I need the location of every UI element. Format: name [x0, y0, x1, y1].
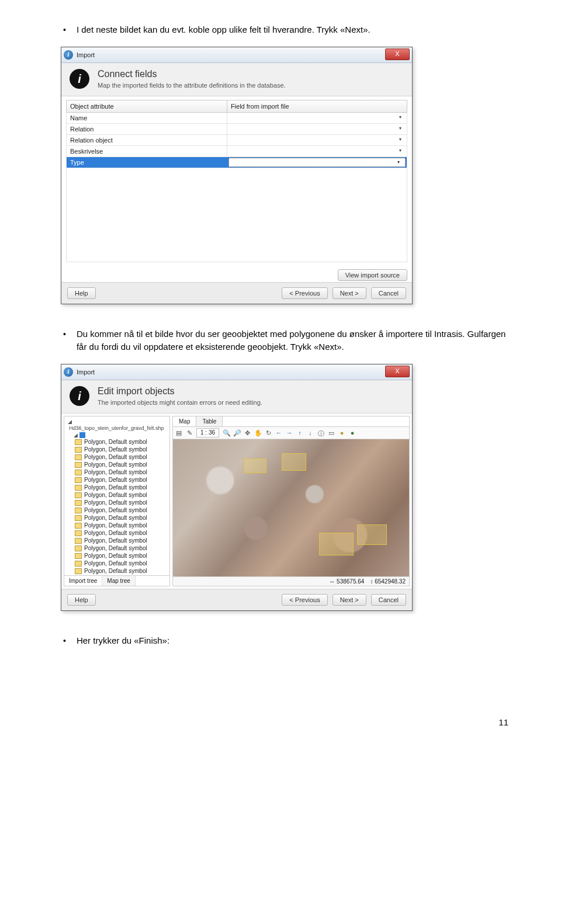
tree-item-polygon[interactable]: Polygon, Default symbol	[67, 544, 167, 552]
map-panel: Map Table ▤ ✎ 1 : 36 🔍 🔎 ✥ ✋ ↻ ← → ↑ ↓ ⓘ…	[172, 416, 410, 586]
field-dropdown[interactable]: ▾	[227, 124, 407, 134]
tree-tabs: Import tree Map tree	[64, 575, 169, 586]
map-polygon	[282, 453, 306, 471]
tree-item-polygon[interactable]: Polygon, Default symbol	[67, 468, 167, 476]
dialog-header-subtitle: The imported objects might contain error…	[98, 399, 262, 406]
dialog-header: i Edit import objects The imported objec…	[61, 380, 412, 414]
tree-item-polygon[interactable]: Polygon, Default symbol	[67, 514, 167, 522]
point-icon[interactable]: ●	[349, 429, 356, 436]
dialog-header-title: Connect fields	[98, 69, 286, 79]
dialog-body: Object attribute Field from import file …	[61, 96, 412, 266]
arrow-down-icon[interactable]: ↓	[307, 429, 314, 436]
close-button[interactable]: X	[385, 48, 410, 60]
chevron-down-icon: ▾	[394, 159, 403, 166]
import-tree-panel: ◢ Hd36_topo_stein_utenfor_gravd_felt.shp…	[64, 416, 170, 586]
cancel-button[interactable]: Cancel	[371, 594, 406, 606]
field-dropdown[interactable]: ▾	[227, 147, 407, 156]
grid-row-beskrivelse[interactable]: Beskrivelse ▾	[66, 146, 407, 157]
previous-button[interactable]: < Previous	[282, 287, 327, 299]
col-object-attribute: Object attribute	[67, 100, 227, 112]
chevron-down-icon: ▾	[396, 137, 404, 144]
select-icon[interactable]: ▭	[328, 429, 335, 436]
map-canvas[interactable]	[173, 439, 409, 576]
tree-item-label: Polygon, Default symbol	[84, 537, 147, 544]
previous-button[interactable]: < Previous	[282, 594, 327, 606]
arrow-left-icon[interactable]: ←	[275, 429, 282, 436]
tree-item-polygon[interactable]: Polygon, Default symbol	[67, 491, 167, 499]
identify-icon[interactable]: ⓘ	[317, 429, 324, 436]
field-dropdown[interactable]: ▾	[227, 113, 407, 123]
map-statusbar: ↔ 538675.64 ↕ 6542948.32	[173, 576, 409, 586]
field-dropdown[interactable]: ▾	[227, 136, 407, 145]
chevron-down-icon: ▾	[396, 126, 404, 133]
zoom-in-icon[interactable]: 🔍	[223, 429, 230, 436]
tree-item-polygon[interactable]: Polygon, Default symbol	[67, 567, 167, 575]
tab-import-tree[interactable]: Import tree	[64, 576, 102, 586]
bullet-1: • I det neste bildet kan du evt. koble o…	[53, 23, 508, 36]
arrow-up-icon[interactable]: ↑	[296, 429, 303, 436]
tree-item-polygon[interactable]: Polygon, Default symbol	[67, 506, 167, 514]
bullet-1-text: I det neste bildet kan du evt. koble opp…	[77, 23, 370, 36]
grid-row-relation[interactable]: Relation ▾	[66, 124, 407, 135]
polygon-icon	[75, 447, 82, 453]
polygon-icon	[75, 485, 82, 491]
grid-header: Object attribute Field from import file	[66, 100, 407, 113]
refresh-icon[interactable]: ↻	[265, 429, 272, 436]
tree-item-polygon[interactable]: Polygon, Default symbol	[67, 560, 167, 567]
tree-item-label: Polygon, Default symbol	[84, 446, 147, 453]
polygon-icon	[75, 568, 82, 574]
dialog-title: Import	[77, 51, 95, 58]
dialog-title: Import	[77, 369, 95, 376]
tree-item-polygon[interactable]: Polygon, Default symbol	[67, 522, 167, 529]
tree-item-polygon[interactable]: Polygon, Default symbol	[67, 499, 167, 506]
zoom-out-icon[interactable]: 🔎	[233, 429, 240, 436]
pan-icon[interactable]: ✋	[254, 429, 261, 436]
view-import-source-button[interactable]: View import source	[338, 269, 407, 281]
next-button[interactable]: Next >	[333, 594, 366, 606]
tree-item-label: Polygon, Default symbol	[84, 514, 147, 522]
tab-table[interactable]: Table	[196, 416, 223, 426]
scale-input[interactable]: 1 : 36	[196, 428, 219, 437]
field-dropdown[interactable]: ▾	[228, 158, 406, 167]
polygon-icon	[75, 553, 82, 559]
document-icon[interactable]: ✎	[186, 429, 193, 436]
next-button[interactable]: Next >	[333, 287, 366, 299]
marker-icon[interactable]: ●	[338, 429, 345, 436]
help-button[interactable]: Help	[67, 594, 96, 606]
tree-selected-row[interactable]: ◢	[67, 432, 167, 438]
tree-item-polygon[interactable]: Polygon, Default symbol	[67, 461, 167, 468]
layers-icon[interactable]: ▤	[175, 429, 182, 436]
tree-item-label: Polygon, Default symbol	[84, 567, 147, 575]
import-dialog-connect-fields: Import X i Connect fields Map the import…	[61, 47, 413, 304]
help-button[interactable]: Help	[67, 287, 96, 299]
chevron-down-icon: ▾	[396, 114, 404, 121]
tree-item-polygon[interactable]: Polygon, Default symbol	[67, 552, 167, 560]
grid-row-relation-object[interactable]: Relation object ▾	[66, 135, 407, 146]
close-button[interactable]: X	[385, 366, 410, 377]
tree-item-polygon[interactable]: Polygon, Default symbol	[67, 537, 167, 544]
tab-map-tree[interactable]: Map tree	[102, 576, 135, 586]
polygon-icon	[75, 439, 82, 445]
info-icon: i	[70, 69, 89, 89]
map-toolbar: ▤ ✎ 1 : 36 🔍 🔎 ✥ ✋ ↻ ← → ↑ ↓ ⓘ ▭ ● ●	[173, 427, 409, 439]
chevron-down-icon: ▾	[396, 148, 404, 155]
map-tabs: Map Table	[173, 416, 409, 427]
bullet-marker: •	[53, 634, 66, 647]
bullet-2-text: Du kommer nå til et bilde hvor du ser ge…	[77, 328, 508, 353]
fullextent-icon[interactable]: ✥	[244, 429, 251, 436]
tree-root-row[interactable]: ◢ Hd36_topo_stein_utenfor_gravd_felt.shp	[67, 418, 167, 432]
cancel-button[interactable]: Cancel	[371, 287, 406, 299]
polygon-icon	[75, 538, 82, 544]
tree-item-polygon[interactable]: Polygon, Default symbol	[67, 476, 167, 484]
tree-item-polygon[interactable]: Polygon, Default symbol	[67, 529, 167, 537]
tab-map[interactable]: Map	[173, 416, 196, 426]
grid-row-name[interactable]: Name ▾	[66, 113, 407, 124]
tree-item-polygon[interactable]: Polygon, Default symbol	[67, 453, 167, 461]
tree-item-polygon[interactable]: Polygon, Default symbol	[67, 484, 167, 491]
tree-item-polygon[interactable]: Polygon, Default symbol	[67, 446, 167, 453]
bullet-3: • Her trykker du «Finish»:	[53, 634, 508, 647]
arrow-right-icon[interactable]: →	[286, 429, 293, 436]
grid-empty-area	[66, 168, 407, 262]
grid-row-type[interactable]: Type ▾	[66, 157, 407, 168]
tree-item-polygon[interactable]: Polygon, Default symbol	[67, 438, 167, 446]
